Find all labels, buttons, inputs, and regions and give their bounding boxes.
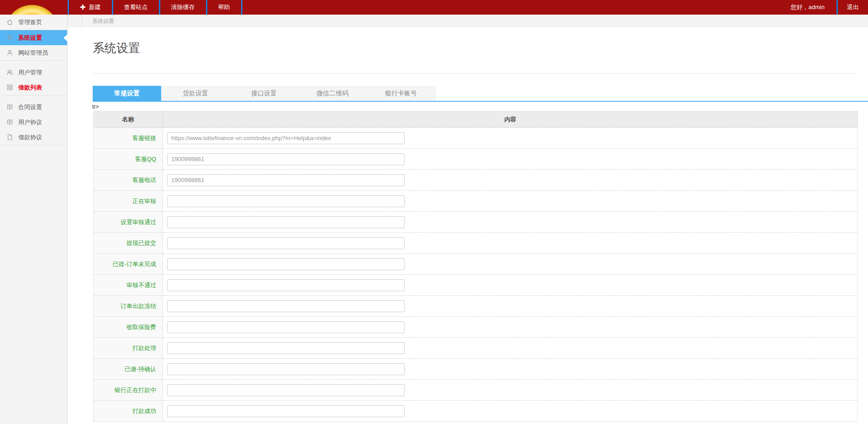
tab-接口设置[interactable]: 接口设置 <box>230 86 298 101</box>
topbar-button[interactable]: 帮助 <box>207 0 241 15</box>
breadcrumb-bar: 系统设置 <box>68 15 868 28</box>
setting-value-cell <box>163 233 858 254</box>
sidebar-item-借款列表[interactable]: 借款列表 <box>0 80 67 95</box>
breadcrumb: 系统设置 <box>92 15 114 27</box>
app-logo <box>0 0 68 15</box>
setting-value-input[interactable] <box>167 321 405 333</box>
sidebar-item-用户管理[interactable]: 用户管理 <box>0 65 67 80</box>
grid-icon <box>6 84 13 91</box>
sidebar-item-label: 借款列表 <box>18 84 42 92</box>
setting-label: 正在审核 <box>94 191 163 212</box>
table-row: 收取保险费 <box>94 317 858 338</box>
setting-label: 客服链接 <box>94 128 163 149</box>
setting-value-cell <box>163 317 858 338</box>
sidebar-group: 系统设置网站管理员 <box>0 30 67 61</box>
book-icon <box>6 119 13 126</box>
page-title: 系统设置 <box>93 40 868 56</box>
topbar-button-label: 新建 <box>89 3 101 11</box>
sidebar-item-网站管理员[interactable]: 网站管理员 <box>0 45 67 60</box>
setting-value-input[interactable] <box>167 132 405 144</box>
table-row: 客服链接 <box>94 128 858 149</box>
topbar-button[interactable]: 清除缓存 <box>160 0 206 15</box>
topbar-button-label: 帮助 <box>218 3 230 11</box>
setting-label: 打款处理 <box>94 338 163 359</box>
sidebar-item-label: 网站管理员 <box>18 49 48 57</box>
setting-value-cell <box>163 212 858 233</box>
setting-label: 打款成功 <box>94 401 163 422</box>
sidebar-item-借款协议[interactable]: 借款协议 <box>0 130 67 145</box>
setting-value-input[interactable] <box>167 405 405 417</box>
setting-label: 已提-订单未完成 <box>94 254 163 275</box>
sidebar-group: 用户管理借款列表 <box>0 65 67 95</box>
active-item-arrow <box>63 34 68 42</box>
setting-value-cell <box>163 296 858 317</box>
book-icon <box>6 104 13 111</box>
setting-value-cell <box>163 128 858 149</box>
gear-icon <box>6 34 13 42</box>
topbar-button[interactable]: 查看站点 <box>113 0 159 15</box>
topbar-menu: ✚新建查看站点清除缓存帮助 <box>69 0 242 15</box>
table-row: 客服电话 <box>94 170 858 191</box>
sidebar-item-用户协议[interactable]: 用户协议 <box>0 115 67 130</box>
setting-value-cell <box>163 359 858 380</box>
topbar-button[interactable]: ✚新建 <box>69 0 112 15</box>
table-row: 设置审核通过 <box>94 212 858 233</box>
topbar-spacer <box>242 0 779 15</box>
table-row: 提现已提交 <box>94 233 858 254</box>
setting-value-input[interactable] <box>167 384 405 396</box>
setting-label: 客服电话 <box>94 170 163 191</box>
tab-银行卡账号[interactable]: 银行卡账号 <box>367 86 435 101</box>
sidebar-item-合同设置[interactable]: 合同设置 <box>0 99 67 115</box>
sidebar-item-label: 借款协议 <box>18 133 42 141</box>
settings-table: 名称 内容 客服链接客服QQ客服电话正在审核设置审核通过提现已提交已提-订单未完… <box>93 111 858 422</box>
setting-value-input[interactable] <box>167 237 405 249</box>
column-header-content: 内容 <box>163 111 858 128</box>
sidebar-group: 管理首页 <box>0 15 67 30</box>
setting-label: 已缴-待确认 <box>94 359 163 380</box>
sidebar: 管理首页系统设置网站管理员用户管理借款列表合同设置用户协议借款协议 <box>0 15 68 424</box>
setting-value-input[interactable] <box>167 279 405 291</box>
table-row: 打款处理 <box>94 338 858 359</box>
main-content: 系统设置 常规设置贷款设置接口设置微信二维码银行卡账号 tr> 名称 内容 客服… <box>68 27 868 424</box>
breadcrumb-divider <box>82 15 82 27</box>
sun-logo-icon <box>5 5 59 15</box>
setting-value-input[interactable] <box>167 258 405 270</box>
table-row: 审核不通过 <box>94 275 858 296</box>
sidebar-item-管理首页[interactable]: 管理首页 <box>0 15 67 30</box>
setting-label: 订单出款冻结 <box>94 296 163 317</box>
table-row: 打款成功 <box>94 401 858 422</box>
setting-value-input[interactable] <box>167 300 405 312</box>
setting-label: 银行正在打款中 <box>94 380 163 401</box>
setting-label: 客服QQ <box>94 149 163 170</box>
table-row: 正在审核 <box>94 191 858 212</box>
setting-value-input[interactable] <box>167 195 405 207</box>
setting-value-input[interactable] <box>167 216 405 228</box>
sidebar-item-label: 用户协议 <box>18 118 42 126</box>
topbar: ✚新建查看站点清除缓存帮助 您好，admin 退出 <box>0 0 868 15</box>
setting-label: 设置审核通过 <box>94 212 163 233</box>
setting-value-cell <box>163 275 858 296</box>
tab-微信二维码[interactable]: 微信二维码 <box>298 86 367 101</box>
setting-value-input[interactable] <box>167 363 405 375</box>
tab-常规设置[interactable]: 常规设置 <box>93 86 161 101</box>
setting-value-cell <box>163 380 858 401</box>
table-row: 银行正在打款中 <box>94 380 858 401</box>
setting-value-input[interactable] <box>167 342 405 354</box>
table-header-row: 名称 内容 <box>94 111 858 128</box>
sidebar-item-label: 管理首页 <box>18 18 42 26</box>
sidebar-item-label: 系统设置 <box>18 34 42 42</box>
file-icon <box>6 134 13 141</box>
users-icon <box>6 69 13 76</box>
tab-bar: 常规设置贷款设置接口设置微信二维码银行卡账号 <box>93 86 868 102</box>
title-divider <box>93 73 858 73</box>
sidebar-item-label: 用户管理 <box>18 68 42 77</box>
setting-value-input[interactable] <box>167 174 405 186</box>
sidebar-item-系统设置[interactable]: 系统设置 <box>0 30 67 45</box>
topbar-button-label: 查看站点 <box>124 3 148 11</box>
logout-button[interactable]: 退出 <box>838 0 868 15</box>
setting-value-cell <box>163 149 858 170</box>
tab-贷款设置[interactable]: 贷款设置 <box>161 86 230 101</box>
table-row: 客服QQ <box>94 149 858 170</box>
setting-value-input[interactable] <box>167 153 405 165</box>
setting-value-cell <box>163 338 858 359</box>
